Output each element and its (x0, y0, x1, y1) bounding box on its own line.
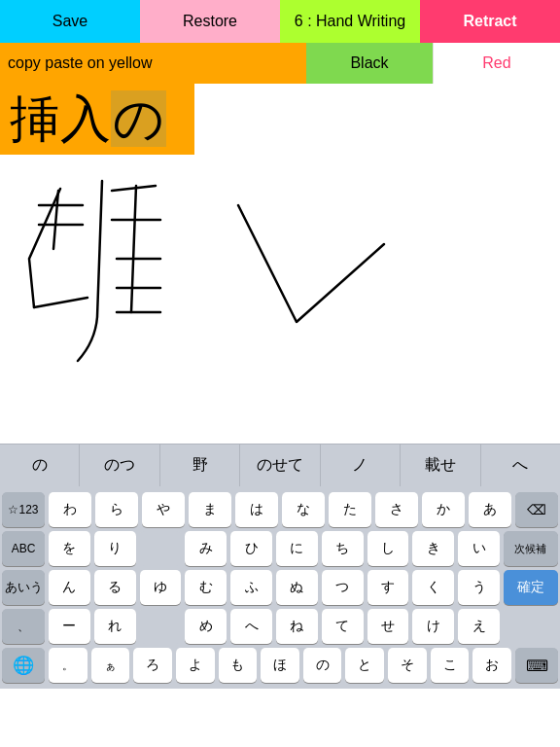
copy-paste-label: copy paste on yellow (0, 43, 306, 84)
key-sa[interactable]: さ (375, 492, 418, 527)
key-su[interactable]: す (368, 570, 409, 605)
key-ya[interactable]: や (142, 492, 185, 527)
key-empty2 (140, 609, 182, 644)
next-candidate-key[interactable]: 次候補 (504, 531, 558, 566)
suggestion-4[interactable]: ノ (321, 445, 401, 486)
mode-button[interactable]: 6 : Hand Writing (280, 0, 420, 43)
suggestion-0[interactable]: の (0, 445, 80, 486)
key-o[interactable]: お (472, 648, 511, 683)
key-re[interactable]: れ (94, 609, 136, 644)
key-shi[interactable]: し (368, 531, 409, 566)
restore-button[interactable]: Restore (140, 0, 280, 43)
key-n[interactable]: ん (49, 570, 90, 605)
key-ke[interactable]: け (412, 609, 454, 644)
key-ka[interactable]: か (422, 492, 465, 527)
handwriting-svg (0, 171, 560, 444)
keyboard: ☆123 わ ら や ま は な た さ か あ ⌫ ABC を り み ひ に… (0, 486, 560, 689)
key-ru[interactable]: る (94, 570, 136, 605)
key-mo[interactable]: も (219, 648, 258, 683)
key-aiue[interactable]: あいう (2, 570, 45, 605)
key-wa[interactable]: わ (49, 492, 91, 527)
key-tsu[interactable]: つ (322, 570, 364, 605)
key-hi[interactable]: ひ (230, 531, 272, 566)
key-to[interactable]: と (345, 648, 384, 683)
suggestion-2[interactable]: 野 (160, 445, 240, 486)
key-e[interactable]: え (458, 609, 500, 644)
spacer-key (504, 609, 558, 644)
key-ri[interactable]: り (94, 531, 136, 566)
key-dash[interactable]: ー (49, 609, 90, 644)
drawing-area[interactable]: 挿入の (0, 84, 560, 444)
delete-key[interactable]: ⌫ (515, 492, 558, 527)
key-fu[interactable]: ふ (230, 570, 272, 605)
toolbar: Save Restore 6 : Hand Writing Retract (0, 0, 560, 43)
key-ha[interactable]: は (235, 492, 278, 527)
key-row-1: ☆123 わ ら や ま は な た さ か あ ⌫ (2, 492, 558, 527)
key-row-2: ABC を り み ひ に ち し き い 次候補 (2, 531, 558, 566)
key-row-4: 、 ー れ め へ ね て せ け え (2, 609, 558, 644)
key-row-5: 🌐 。 ぁ ろ よ も ほ の と そ こ お ⌨ (2, 648, 558, 683)
key-se[interactable]: せ (368, 609, 409, 644)
red-color-button[interactable]: Red (433, 43, 560, 84)
key-a[interactable]: あ (469, 492, 511, 527)
key-te[interactable]: て (322, 609, 364, 644)
key-abc[interactable]: ABC (2, 531, 45, 566)
key-wo[interactable]: を (49, 531, 90, 566)
black-color-button[interactable]: Black (306, 43, 433, 84)
save-button[interactable]: Save (0, 0, 140, 43)
key-so[interactable]: そ (388, 648, 427, 683)
confirm-key[interactable]: 確定 (504, 570, 558, 605)
key-period[interactable]: 。 (49, 648, 88, 683)
key-ro[interactable]: ろ (133, 648, 172, 683)
key-me[interactable]: め (185, 609, 227, 644)
suggestion-5[interactable]: 載せ (401, 445, 480, 486)
key-star123[interactable]: ☆123 (2, 492, 45, 527)
key-no[interactable]: の (303, 648, 342, 683)
key-ku[interactable]: く (412, 570, 454, 605)
key-ra[interactable]: ら (95, 492, 138, 527)
suggestion-6[interactable]: へ (481, 445, 560, 486)
text-content: 挿入の (10, 91, 166, 147)
suggestion-1[interactable]: のつ (80, 445, 159, 486)
globe-key[interactable]: 🌐 (2, 648, 45, 683)
key-small-tsu[interactable]: ぁ (91, 648, 130, 683)
key-mu[interactable]: む (185, 570, 227, 605)
key-chi[interactable]: ち (322, 531, 364, 566)
text-display: 挿入の (0, 84, 194, 155)
key-mi[interactable]: み (185, 531, 227, 566)
key-yu[interactable]: ゆ (140, 570, 182, 605)
key-he[interactable]: へ (230, 609, 272, 644)
key-row-3: あいう ん る ゆ む ふ ぬ つ す く う 確定 (2, 570, 558, 605)
key-na[interactable]: な (282, 492, 325, 527)
handwriting-area[interactable] (0, 171, 560, 444)
key-ma[interactable]: ま (189, 492, 231, 527)
suggestions-bar: の のつ 野 のせて ノ 載せ へ (0, 444, 560, 486)
key-ko[interactable]: こ (431, 648, 470, 683)
retract-button[interactable]: Retract (420, 0, 560, 43)
key-i[interactable]: い (458, 531, 500, 566)
suggestion-3[interactable]: のせて (240, 445, 320, 486)
key-nu[interactable]: ぬ (276, 570, 318, 605)
key-ho[interactable]: ほ (261, 648, 299, 683)
key-yo[interactable]: よ (176, 648, 215, 683)
key-empty1 (140, 531, 182, 566)
key-comma[interactable]: 、 (2, 609, 45, 644)
keyboard-toggle-key[interactable]: ⌨ (515, 648, 558, 683)
colorbar: copy paste on yellow Black Red (0, 43, 560, 84)
key-ta[interactable]: た (329, 492, 371, 527)
key-ni[interactable]: に (276, 531, 318, 566)
key-ki[interactable]: き (412, 531, 454, 566)
key-ne[interactable]: ね (276, 609, 318, 644)
key-u[interactable]: う (458, 570, 500, 605)
